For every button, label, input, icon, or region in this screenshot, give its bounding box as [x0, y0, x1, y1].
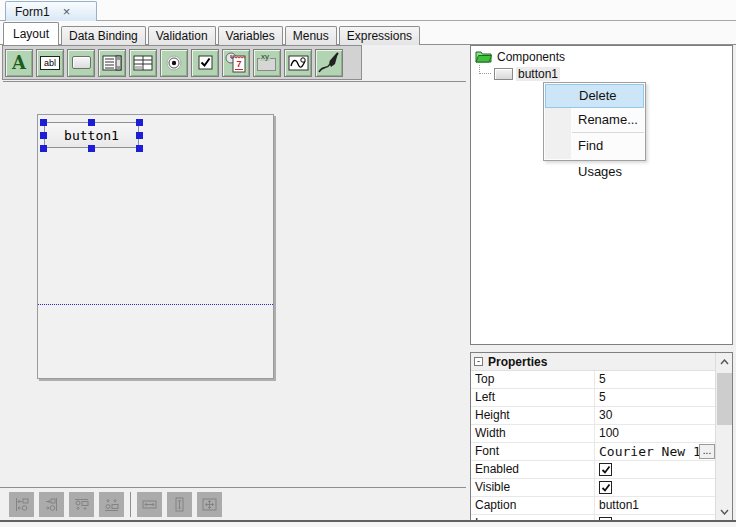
align-left-button[interactable]	[9, 492, 34, 517]
selection-handle-se[interactable]	[136, 145, 143, 152]
designer-tab-bar: Layout Data Binding Validation Variables…	[0, 21, 736, 45]
property-row-caption[interactable]: Caption button1	[471, 497, 716, 515]
tab-expressions[interactable]: Expressions	[339, 26, 420, 45]
properties-grid: Top 5 Left 5 Height 30 Width 100 Font Co…	[471, 371, 716, 521]
property-row-left[interactable]: Left 5	[471, 389, 716, 407]
property-row-top[interactable]: Top 5	[471, 371, 716, 389]
properties-header: - Properties	[471, 353, 716, 371]
tree-node-button1[interactable]: button1	[471, 65, 732, 82]
selection-handle-s[interactable]	[88, 145, 95, 152]
align-bottom-button[interactable]	[99, 492, 124, 517]
button-tool-button[interactable]	[67, 49, 95, 77]
svg-text:7: 7	[237, 59, 242, 69]
form-guide-line	[38, 304, 273, 305]
tab-layout[interactable]: Layout	[3, 22, 59, 45]
selection-handle-nw[interactable]	[40, 119, 47, 126]
datetime-icon: 7	[224, 52, 248, 74]
scroll-up-button[interactable]	[716, 353, 733, 370]
align-bottom-icon	[103, 496, 120, 513]
tab-data-binding[interactable]: Data Binding	[61, 26, 146, 45]
button-node-icon	[494, 68, 513, 80]
panel-icon: xy	[257, 54, 277, 72]
property-row-height[interactable]: Height 30	[471, 407, 716, 425]
radio-tool-button[interactable]	[160, 49, 188, 77]
align-top-button[interactable]	[69, 492, 94, 517]
align-right-icon	[43, 496, 60, 513]
align-left-icon	[13, 496, 30, 513]
font-ellipsis-button[interactable]: ...	[699, 444, 715, 459]
chevron-down-icon	[720, 509, 729, 515]
window-bottom-edge	[0, 520, 736, 527]
selection-handle-e[interactable]	[136, 132, 143, 139]
same-size-icon	[201, 496, 218, 513]
property-row-font[interactable]: Font Courier New 12 ...	[471, 443, 716, 461]
selection-handle-w[interactable]	[40, 132, 47, 139]
folder-icon	[475, 50, 492, 63]
tab-variables[interactable]: Variables	[218, 26, 283, 45]
check-icon	[601, 465, 611, 475]
panel-tool-button[interactable]: xy	[253, 49, 281, 77]
checkbox-tool-button[interactable]	[191, 49, 219, 77]
selection-handle-sw[interactable]	[40, 145, 47, 152]
visible-checkbox[interactable]	[599, 481, 612, 494]
tab-menus[interactable]: Menus	[285, 26, 337, 45]
same-height-button[interactable]	[167, 492, 192, 517]
image-tool-button[interactable]	[284, 49, 312, 77]
tree-node-components[interactable]: Components	[471, 48, 732, 65]
tree-connector-line	[479, 65, 491, 74]
listbox-icon	[102, 55, 122, 71]
toolbar-separator	[130, 492, 131, 517]
scrollbar-thumb[interactable]	[717, 373, 732, 425]
textbox-tool-button[interactable]: abl	[36, 49, 64, 77]
same-width-icon	[141, 496, 158, 513]
same-height-icon	[171, 496, 188, 513]
font-value: Courier New 12	[599, 444, 709, 459]
pen-icon	[317, 51, 341, 75]
align-top-icon	[73, 496, 90, 513]
document-tab-form1[interactable]: Form1 ×	[5, 1, 97, 21]
property-row-width[interactable]: Width 100	[471, 425, 716, 443]
property-row-enabled[interactable]: Enabled	[471, 461, 716, 479]
grid-tool-button[interactable]	[129, 49, 157, 77]
tab-validation[interactable]: Validation	[148, 26, 216, 45]
menu-item-rename[interactable]: Rename...	[545, 108, 644, 132]
chevron-up-icon	[720, 359, 729, 365]
component-palette: A abl	[2, 45, 362, 80]
property-row-visible[interactable]: Visible	[471, 479, 716, 497]
selection-handle-ne[interactable]	[136, 119, 143, 126]
alignment-toolbar	[0, 487, 466, 520]
listbox-tool-button[interactable]	[98, 49, 126, 77]
menu-item-delete[interactable]: Delete	[545, 84, 644, 108]
properties-scrollbar[interactable]	[715, 353, 732, 520]
panel-splitter[interactable]	[466, 345, 736, 352]
align-right-button[interactable]	[39, 492, 64, 517]
datetime-tool-button[interactable]: 7	[222, 49, 250, 77]
image-icon	[288, 55, 309, 71]
scroll-down-button[interactable]	[716, 503, 733, 520]
document-tab-bar: Form1 ×	[0, 0, 736, 21]
collapse-icon[interactable]: -	[474, 357, 483, 366]
grid-icon	[133, 55, 153, 71]
same-size-button[interactable]	[197, 492, 222, 517]
checkbox-icon	[198, 55, 213, 70]
same-width-button[interactable]	[137, 492, 162, 517]
textbox-icon: abl	[40, 56, 60, 70]
tree-node-label: button1	[516, 67, 560, 81]
check-icon	[601, 483, 611, 493]
label-tool-button[interactable]: A	[5, 49, 33, 77]
design-form-surface[interactable]: button1	[37, 114, 274, 379]
properties-panel: - Properties Top 5 Left 5 Height 30 Widt…	[470, 352, 733, 521]
context-menu: Delete Rename... Find Usages	[543, 82, 646, 161]
selection-handle-n[interactable]	[88, 119, 95, 126]
label-icon: A	[12, 54, 26, 72]
design-canvas[interactable]: button1	[3, 81, 466, 487]
tree-node-label: Components	[497, 50, 565, 64]
radio-icon	[165, 54, 183, 72]
document-tab-label: Form1	[15, 5, 50, 19]
pen-tool-button[interactable]	[315, 49, 343, 77]
close-icon[interactable]: ×	[63, 5, 71, 18]
menu-item-find-usages[interactable]: Find Usages	[545, 133, 644, 159]
button-icon	[72, 56, 91, 69]
properties-title: Properties	[488, 355, 547, 369]
enabled-checkbox[interactable]	[599, 463, 612, 476]
